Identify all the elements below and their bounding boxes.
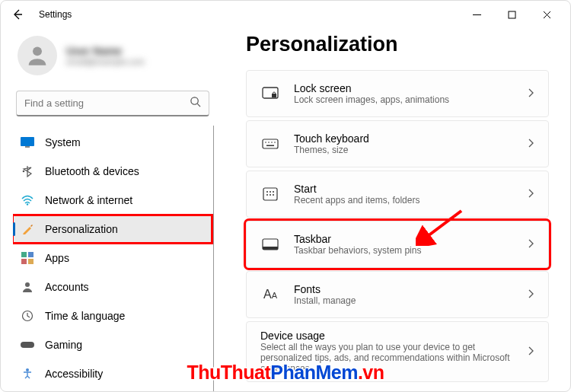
window-title: Settings <box>39 9 72 20</box>
card-subtitle: Install, manage <box>294 295 528 306</box>
avatar <box>18 36 57 75</box>
nav-label: Accessibility <box>45 368 103 380</box>
nav-label: Time & language <box>45 310 125 322</box>
network-icon <box>21 193 34 207</box>
svg-point-25 <box>266 191 268 193</box>
svg-rect-10 <box>28 259 33 264</box>
svg-rect-3 <box>21 137 34 146</box>
close-button[interactable] <box>529 2 564 27</box>
chevron-right-icon <box>528 187 534 201</box>
card-title: Touch keyboard <box>294 132 528 145</box>
card-lock-screen[interactable]: Lock screenLock screen images, apps, ani… <box>246 70 549 117</box>
nav-item-system[interactable]: System <box>13 129 212 156</box>
chevron-right-icon <box>528 345 534 359</box>
svg-rect-4 <box>25 146 30 148</box>
svg-rect-13 <box>21 342 34 348</box>
gaming-icon <box>21 338 34 352</box>
card-taskbar[interactable]: TaskbarTaskbar behaviors, system pins <box>246 221 549 268</box>
minimize-icon <box>473 11 481 19</box>
svg-rect-32 <box>263 247 278 250</box>
maximize-button[interactable] <box>494 2 529 27</box>
profile-email: email@example.com <box>66 57 145 66</box>
svg-point-6 <box>27 203 28 205</box>
svg-rect-8 <box>28 252 33 257</box>
search-icon <box>190 96 201 110</box>
lock-screen-icon <box>260 87 280 100</box>
svg-point-22 <box>274 142 276 143</box>
svg-rect-23 <box>266 145 274 147</box>
title-bar: Settings <box>1 1 570 28</box>
keyboard-icon <box>260 139 280 149</box>
svg-rect-9 <box>21 259 27 264</box>
nav-label: Accounts <box>45 281 89 293</box>
accounts-icon <box>21 280 34 294</box>
svg-point-26 <box>270 191 271 193</box>
nav-item-personalization[interactable]: Personalization <box>13 215 212 243</box>
search-box[interactable] <box>16 91 209 116</box>
svg-point-2 <box>191 97 198 104</box>
svg-rect-7 <box>21 252 27 257</box>
personalization-icon <box>21 222 34 236</box>
card-subtitle: Themes, size <box>294 145 528 155</box>
nav-label: Personalization <box>45 223 118 235</box>
svg-point-21 <box>271 142 273 143</box>
nav-item-gaming[interactable]: Gaming <box>13 331 212 359</box>
card-title: Device usage <box>260 330 528 342</box>
nav-list: System Bluetooth & devices Network & int… <box>13 126 214 391</box>
page-title: Personalization <box>246 33 549 56</box>
nav-item-bluetooth[interactable]: Bluetooth & devices <box>13 158 212 185</box>
svg-rect-0 <box>509 11 515 18</box>
card-title: Start <box>294 183 528 195</box>
svg-point-20 <box>268 142 270 143</box>
svg-point-1 <box>33 46 42 56</box>
svg-point-11 <box>25 282 30 287</box>
fonts-icon: AA <box>260 288 280 301</box>
back-button[interactable] <box>7 4 28 25</box>
svg-point-5 <box>23 171 25 173</box>
sidebar: User Name email@example.com System Bluet… <box>1 28 222 391</box>
svg-point-14 <box>26 368 29 371</box>
svg-point-27 <box>273 191 274 193</box>
svg-rect-17 <box>273 92 276 94</box>
search-input[interactable] <box>24 97 190 109</box>
nav-item-network[interactable]: Network & internet <box>13 186 212 214</box>
nav-label: Network & internet <box>45 194 132 206</box>
watermark: ThuThuatPhanMem.vn <box>187 362 384 384</box>
avatar-icon <box>24 43 50 69</box>
system-icon <box>21 135 34 149</box>
bluetooth-icon <box>21 164 34 178</box>
chevron-right-icon <box>528 237 534 251</box>
svg-point-30 <box>273 194 274 196</box>
profile-name: User Name <box>66 45 145 57</box>
card-title: Fonts <box>294 283 528 295</box>
card-touch-keyboard[interactable]: Touch keyboardThemes, size <box>246 120 549 167</box>
nav-item-time[interactable]: Time & language <box>13 302 212 330</box>
maximize-icon <box>508 11 516 19</box>
svg-rect-18 <box>263 139 278 148</box>
start-icon <box>260 187 280 201</box>
svg-point-19 <box>265 142 266 143</box>
nav-item-accessibility[interactable]: Accessibility <box>13 360 212 387</box>
taskbar-icon <box>260 238 280 250</box>
profile-block[interactable]: User Name email@example.com <box>13 33 212 84</box>
nav-item-accounts[interactable]: Accounts <box>13 273 212 301</box>
chevron-right-icon <box>528 87 534 100</box>
nav-label: Apps <box>45 252 69 264</box>
minimize-button[interactable] <box>459 2 494 27</box>
card-start[interactable]: StartRecent apps and items, folders <box>246 171 549 218</box>
card-fonts[interactable]: AA FontsInstall, manage <box>246 271 549 318</box>
nav-label: System <box>45 136 81 148</box>
apps-icon <box>21 251 34 265</box>
card-title: Taskbar <box>294 233 528 245</box>
nav-label: Bluetooth & devices <box>45 165 139 177</box>
card-subtitle: Recent apps and items, folders <box>294 195 528 206</box>
nav-label: Gaming <box>45 339 82 351</box>
back-arrow-icon <box>11 8 24 21</box>
card-subtitle: Lock screen images, apps, animations <box>294 94 528 105</box>
nav-item-apps[interactable]: Apps <box>13 244 212 272</box>
chevron-right-icon <box>528 288 534 301</box>
content-area: Personalization Lock screenLock screen i… <box>222 28 570 391</box>
accessibility-icon <box>21 367 34 381</box>
card-subtitle: Taskbar behaviors, system pins <box>294 245 528 256</box>
card-title: Lock screen <box>294 82 528 94</box>
